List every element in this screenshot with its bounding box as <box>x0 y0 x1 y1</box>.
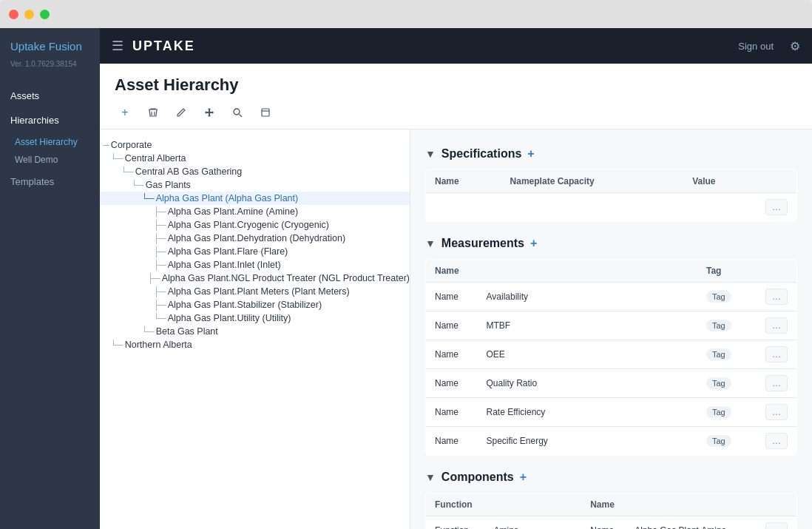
meas-col-action <box>757 260 797 283</box>
comp-col-action <box>757 493 797 516</box>
tree-label-northern-alberta: Northern Alberta <box>125 340 192 350</box>
content-area: ─ Corporate └─ Central Alberta └─ Centra… <box>100 129 812 529</box>
tree-node-northern-alberta[interactable]: └─ Northern Alberta <box>100 338 410 351</box>
meas-metric-cell: Specific Energy <box>478 427 698 456</box>
comp-name-cell: Name <box>581 516 626 530</box>
add-button[interactable]: + <box>115 102 135 123</box>
tree-node-utility[interactable]: └─ Alpha Gas Plant.Utility (Utility) <box>100 311 410 325</box>
sidebar-brand: Uptake Fusion <box>0 28 100 58</box>
sidebar-version: Ver. 1.0.7629.38154 <box>0 58 100 78</box>
tree-node-amine[interactable]: ├─ Alpha Gas Plant.Amine (Amine) <box>100 205 410 218</box>
meas-action-cell: … <box>757 283 797 311</box>
tree-node-flare[interactable]: ├─ Alpha Gas Plant.Flare (Flare) <box>100 245 410 258</box>
delete-button[interactable] <box>143 102 163 123</box>
comp-value-cell: Alpha Gas Plant.Amine <box>626 516 757 530</box>
comp-col-name: Name <box>581 493 626 516</box>
settings-icon[interactable]: ⚙ <box>790 39 800 53</box>
comp-row-menu-button[interactable]: … <box>765 522 788 529</box>
sidebar-nav: Assets Hierarchies Asset Hierarchy Well … <box>0 78 100 199</box>
comp-function-cell: Function <box>426 516 485 530</box>
meas-row-menu-button[interactable]: … <box>765 375 788 391</box>
sidebar-item-assets[interactable]: Assets <box>0 84 100 107</box>
meas-action-cell: … <box>757 427 797 456</box>
meas-name-cell: Name <box>426 369 478 398</box>
measurements-row: Name Quality Ratio Tag … <box>426 369 797 398</box>
sign-out-button[interactable]: Sign out <box>731 36 781 56</box>
search-button[interactable] <box>227 102 248 123</box>
components-add-button[interactable]: + <box>520 471 527 484</box>
meas-tag-cell: Tag <box>697 283 757 311</box>
meas-action-cell: … <box>757 398 797 427</box>
minimize-button[interactable] <box>24 10 34 19</box>
tree-node-gas-plants[interactable]: └─ Gas Plants <box>100 178 410 192</box>
meas-name-cell: Name <box>426 340 478 369</box>
measurements-row: Name MTBF Tag … <box>426 311 797 340</box>
tree-connector: └─ <box>110 153 124 164</box>
tree-label-gas-plants: Gas Plants <box>146 180 191 190</box>
svg-point-0 <box>234 109 240 115</box>
tree-node-central-ab-gas[interactable]: └─ Central AB Gas Gathering <box>100 165 410 178</box>
spec-row-menu-button[interactable]: … <box>765 199 788 215</box>
components-header: ▼ Components + <box>425 471 797 484</box>
tree-connector: ├─ <box>153 206 166 217</box>
meas-name-cell: Name <box>426 398 478 427</box>
tree-label-plant-meters: Alpha Gas Plant.Plant Meters (Plant Mete… <box>168 286 350 297</box>
meas-row-menu-button[interactable]: … <box>765 289 788 305</box>
meas-row-menu-button[interactable]: … <box>765 346 788 363</box>
measurements-collapse-icon[interactable]: ▼ <box>425 237 436 249</box>
specifications-table: Name Nameplate Capacity Value … <box>425 169 797 222</box>
tree-connector: ├─ <box>153 300 166 310</box>
meas-tag-cell: Tag <box>697 369 757 398</box>
specifications-add-button[interactable]: + <box>527 147 534 161</box>
uptake-logo: UPTAKE <box>132 38 195 54</box>
collapse-button[interactable] <box>255 102 276 123</box>
meas-row-menu-button[interactable]: … <box>765 317 788 334</box>
tree-node-corporate[interactable]: ─ Corporate <box>100 138 410 152</box>
tree-label-dehydration: Alpha Gas Plant.Dehydration (Dehydration… <box>168 233 345 243</box>
measurements-add-button[interactable]: + <box>530 237 537 250</box>
top-bar: ☰ UPTAKE Sign out ⚙ <box>100 28 812 64</box>
tree-label-utility: Alpha Gas Plant.Utility (Utility) <box>168 313 291 323</box>
specifications-title: Specifications <box>441 147 521 161</box>
meas-action-cell: … <box>757 311 797 340</box>
meas-metric-cell: OEE <box>478 340 698 369</box>
meas-tag-cell: Tag <box>697 398 757 427</box>
components-title: Components <box>441 471 514 484</box>
edit-button[interactable] <box>171 102 192 123</box>
meas-tag-cell: Tag <box>697 340 757 369</box>
tree-node-central-alberta[interactable]: └─ Central Alberta <box>100 152 410 165</box>
hamburger-icon[interactable]: ☰ <box>112 38 124 54</box>
meas-row-menu-button[interactable]: … <box>765 433 788 449</box>
sidebar-subitem-well-demo[interactable]: Well Demo <box>0 151 100 169</box>
sidebar-item-hierarchies[interactable]: Hierarchies <box>0 109 100 132</box>
tree-node-alpha-gas-plant[interactable]: └─ Alpha Gas Plant (Alpha Gas Plant) <box>100 192 410 205</box>
tree-connector: └─ <box>141 193 155 203</box>
meas-col-tag: Tag <box>697 260 757 283</box>
tree-node-ngl[interactable]: ├─ Alpha Gas Plant.NGL Product Treater (… <box>100 272 410 285</box>
main-content: Asset Hierarchy + <box>100 64 812 529</box>
close-button[interactable] <box>9 10 18 19</box>
tree-node-dehydration[interactable]: ├─ Alpha Gas Plant.Dehydration (Dehydrat… <box>100 232 410 245</box>
tree-node-beta-gas-plant[interactable]: └─ Beta Gas Plant <box>100 325 410 338</box>
move-button[interactable] <box>199 102 220 123</box>
tree-node-inlet[interactable]: ├─ Alpha Gas Plant.Inlet (Inlet) <box>100 258 410 272</box>
tree-label-flare: Alpha Gas Plant.Flare (Flare) <box>168 246 288 257</box>
meas-name-cell: Name <box>426 283 478 311</box>
tree-connector: ─ <box>103 140 109 150</box>
maximize-button[interactable] <box>40 10 50 19</box>
sidebar-item-templates[interactable]: Templates <box>0 170 100 193</box>
tree-connector: ├─ <box>153 233 166 243</box>
meas-row-menu-button[interactable]: … <box>765 404 788 420</box>
components-row: Function Amine Name Alpha Gas Plant.Amin… <box>426 516 797 530</box>
specifications-collapse-icon[interactable]: ▼ <box>425 148 436 160</box>
tree-node-plant-meters[interactable]: ├─ Alpha Gas Plant.Plant Meters (Plant M… <box>100 285 410 298</box>
brand-suffix: Fusion <box>46 40 82 53</box>
sidebar-subitem-asset-hierarchy[interactable]: Asset Hierarchy <box>0 133 100 151</box>
tree-node-stabilizer[interactable]: ├─ Alpha Gas Plant.Stabilizer (Stabilize… <box>100 298 410 311</box>
meas-tag-cell: Tag <box>697 311 757 340</box>
tree-label-cryogenic: Alpha Gas Plant.Cryogenic (Cryogenic) <box>168 220 329 230</box>
tree-panel: ─ Corporate └─ Central Alberta └─ Centra… <box>100 129 410 529</box>
tree-node-cryogenic[interactable]: ├─ Alpha Gas Plant.Cryogenic (Cryogenic) <box>100 218 410 232</box>
components-collapse-icon[interactable]: ▼ <box>425 471 436 483</box>
tree-label-amine: Alpha Gas Plant.Amine (Amine) <box>168 206 298 217</box>
